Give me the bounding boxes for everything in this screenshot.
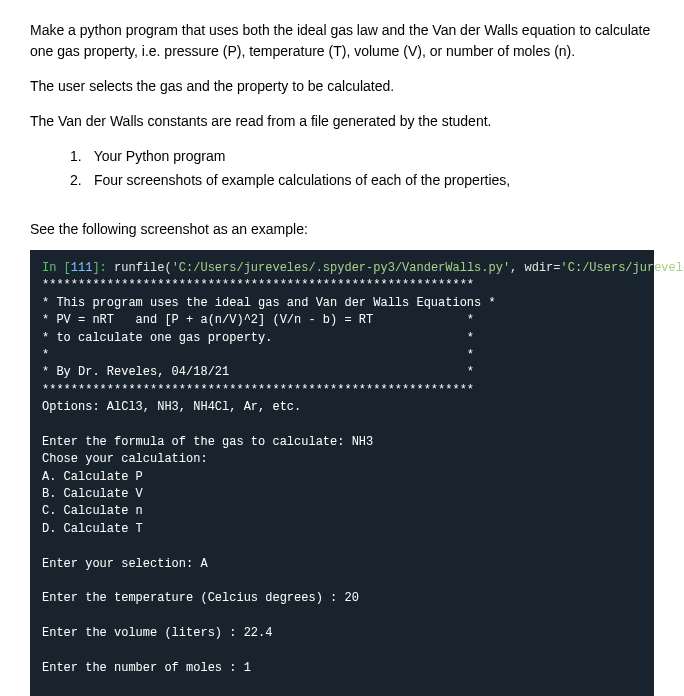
banner-line-3: * to calculate one gas property. * [42, 331, 474, 345]
requirements-list: 1. Your Python program 2. Four screensho… [70, 146, 654, 191]
enter-moles: Enter the number of moles : 1 [42, 661, 251, 675]
banner-line-2: * PV = nRT and [P + a(n/V)^2] (V/n - b) … [42, 313, 474, 327]
intro-paragraph-1: Make a python program that uses both the… [30, 20, 654, 62]
runfile-path: 'C:/Users/jureveles/.spyder-py3/VanderWa… [172, 261, 510, 275]
option-c: C. Calculate n [42, 504, 143, 518]
list-number-2: 2. [70, 170, 90, 191]
list-number-1: 1. [70, 146, 90, 167]
option-d: D. Calculate T [42, 522, 143, 536]
list-text-1: Your Python program [94, 148, 226, 164]
example-lead: See the following screenshot as an examp… [30, 219, 654, 240]
terminal-output: In [111]: runfile('C:/Users/jureveles/.s… [30, 250, 654, 696]
option-a: A. Calculate P [42, 470, 143, 484]
banner-line-5: * By Dr. Reveles, 04/18/21 * [42, 365, 474, 379]
enter-selection: Enter your selection: A [42, 557, 208, 571]
list-text-2: Four screenshots of example calculations… [94, 172, 510, 188]
enter-temperature: Enter the temperature (Celcius degrees) … [42, 591, 359, 605]
prompt-in-number: 111 [71, 261, 93, 275]
options-line: Options: AlCl3, NH3, NH4Cl, Ar, etc. [42, 400, 301, 414]
banner-stars-bottom: ****************************************… [42, 383, 474, 397]
prompt-formula: Enter the formula of the gas to calculat… [42, 435, 373, 449]
intro-paragraph-3: The Van der Walls constants are read fro… [30, 111, 654, 132]
prompt-in-label: In [ [42, 261, 71, 275]
banner-stars-top: ****************************************… [42, 278, 474, 292]
banner-line-4: * * [42, 348, 474, 362]
enter-volume: Enter the volume (liters) : 22.4 [42, 626, 272, 640]
prompt-in-close: ]: [92, 261, 114, 275]
wdir-label: , wdir= [510, 261, 560, 275]
wdir-path: 'C:/Users/jureveles/.spyder-py3' [561, 261, 684, 275]
option-b: B. Calculate V [42, 487, 143, 501]
list-item-1: 1. Your Python program [70, 146, 654, 167]
banner-line-1: * This program uses the ideal gas and Va… [42, 296, 496, 310]
choose-label: Chose your calculation: [42, 452, 208, 466]
intro-paragraph-2: The user selects the gas and the propert… [30, 76, 654, 97]
runfile-cmd: runfile( [114, 261, 172, 275]
list-item-2: 2. Four screenshots of example calculati… [70, 170, 654, 191]
